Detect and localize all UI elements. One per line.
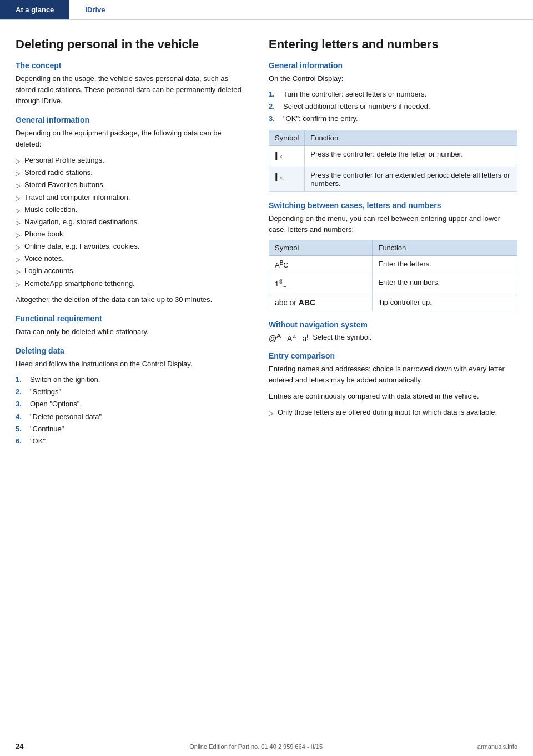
table-cell-function: Enter the letters. — [373, 256, 517, 274]
entry-comparison-para1: Entering names and addresses: choice is … — [269, 364, 517, 386]
page-footer: 24 Online Edition for Part no. 01 40 2 9… — [0, 742, 533, 750]
heading-general-info-right: General information — [269, 61, 517, 70]
table-cell-function: Press the controller for an extended per… — [305, 167, 517, 192]
table-row: I← Press the controller: delete the lett… — [269, 146, 517, 167]
nav-item-at-a-glance[interactable]: At a glance — [0, 0, 69, 19]
table-cell-symbol: I← — [269, 146, 305, 167]
general-info-intro: Depending on the equipment package, the … — [16, 128, 249, 150]
general-info-right-steps: 1.Turn the controller: select letters or… — [269, 89, 517, 124]
table-header-function: Function — [305, 130, 517, 146]
bullet-icon: ▷ — [16, 230, 20, 240]
bullet-icon: ▷ — [16, 194, 20, 203]
table-row: abc or ABC Tip controller up. — [269, 294, 517, 311]
entry-comparison-para2: Entries are continuously compared with d… — [269, 391, 517, 402]
list-item: 2."Settings" — [16, 386, 249, 397]
list-item: ▷Login accounts. — [16, 265, 249, 277]
list-item: 4."Delete personal data" — [16, 411, 249, 422]
list-item: 2.Select additional letters or numbers i… — [269, 101, 517, 112]
bullet-icon: ▷ — [16, 157, 20, 166]
list-item: 3.Open "Options". — [16, 399, 249, 410]
nav-item-idrive[interactable]: iDrive — [69, 0, 120, 19]
right-column: Entering letters and numbers General inf… — [269, 37, 517, 452]
deleting-data-intro: Heed and follow the instructions on the … — [16, 359, 249, 370]
list-item: ▷RemoteApp smartphone tethering. — [16, 278, 249, 290]
right-main-title: Entering letters and numbers — [269, 37, 517, 52]
list-item: ▷Personal Profile settings. — [16, 154, 249, 167]
heading-general-info-left: General information — [16, 115, 249, 124]
footer-right-text: armanuals.info — [477, 743, 517, 750]
bullet-icon: ▷ — [269, 409, 273, 418]
nav-label-at-a-glance: At a glance — [16, 6, 54, 14]
heading-entry-comparison: Entry comparison — [269, 351, 517, 360]
general-info-bullets: ▷Personal Profile settings. ▷Stored radi… — [16, 154, 249, 290]
switching-cases-intro: Depending on the menu, you can reel betw… — [269, 213, 517, 235]
list-item: ▷Phone book. — [16, 228, 249, 240]
table-header-symbol: Symbol — [269, 240, 373, 256]
table-cell-symbol: ABC — [269, 256, 373, 274]
general-info-right-intro: On the Control Display: — [269, 73, 517, 84]
functional-req-body: Data can only be deleted while stationar… — [16, 326, 249, 337]
table-row: I← Press the controller for an extended … — [269, 167, 517, 192]
symbol-function-table-2: Symbol Function ABC Enter the letters. 1… — [269, 240, 517, 311]
table-cell-symbol: I← — [269, 167, 305, 192]
bullet-icon: ▷ — [16, 169, 20, 178]
without-nav-content: @A Aa aᴉ Select the symbol. — [269, 332, 517, 343]
heading-without-nav: Without navigation system — [269, 320, 517, 329]
list-item: ▷Navigation, e.g. stored destinations. — [16, 216, 249, 228]
heading-deleting-data: Deleting data — [16, 346, 249, 355]
list-item: 1.Turn the controller: select letters or… — [269, 89, 517, 100]
bullet-icon: ▷ — [16, 243, 20, 252]
bullet-icon: ▷ — [16, 267, 20, 276]
list-item: 6."OK" — [16, 436, 249, 447]
table-cell-function: Tip controller up. — [373, 294, 517, 311]
table-cell-function: Press the controller: delete the letter … — [305, 146, 517, 167]
main-content: Deleting personal in the vehicle The con… — [0, 20, 533, 486]
table-cell-symbol: abc or ABC — [269, 294, 373, 311]
left-main-title: Deleting personal in the vehicle — [16, 37, 249, 52]
list-item: ▷Travel and computer information. — [16, 191, 249, 204]
list-item: ▷Stored radio stations. — [16, 167, 249, 179]
bullet-icon: ▷ — [16, 218, 20, 228]
table-header-symbol: Symbol — [269, 130, 305, 146]
list-item: ▷Online data, e.g. Favorites, cookies. — [16, 240, 249, 253]
list-item: ▷Music collection. — [16, 204, 249, 216]
list-item: 5."Continue" — [16, 424, 249, 435]
concept-body: Depending on the usage, the vehicle save… — [16, 73, 249, 107]
bullet-icon: ▷ — [16, 255, 20, 264]
entry-comparison-bullets: ▷ Only those letters are offered during … — [269, 406, 517, 419]
list-item: ▷Stored Favorites buttons. — [16, 179, 249, 191]
table-row: ABC Enter the letters. — [269, 256, 517, 274]
table-cell-function: Enter the numbers. — [373, 274, 517, 294]
table-cell-symbol: 1®+ — [269, 274, 373, 294]
table-header-function: Function — [373, 240, 517, 256]
without-nav-symbols: @A Aa aᴉ — [269, 332, 308, 343]
list-item: 3."OK": confirm the entry. — [269, 113, 517, 124]
bullet-icon: ▷ — [16, 280, 20, 289]
nav-label-idrive: iDrive — [85, 6, 105, 14]
heading-concept: The concept — [16, 61, 249, 70]
bullet-icon: ▷ — [16, 181, 20, 190]
symbol-function-table-1: Symbol Function I← Press the controller:… — [269, 130, 517, 192]
page-number: 24 — [16, 742, 23, 750]
list-item: 1.Switch on the ignition. — [16, 374, 249, 385]
bullet-icon: ▷ — [16, 206, 20, 215]
heading-switching-cases: Switching between cases, letters and num… — [269, 201, 517, 210]
top-navigation: At a glance iDrive — [0, 0, 533, 20]
list-item: ▷ Only those letters are offered during … — [269, 406, 517, 419]
general-info-footer: Altogether, the deletion of the data can… — [16, 294, 249, 305]
deleting-data-steps: 1.Switch on the ignition. 2."Settings" 3… — [16, 374, 249, 447]
table-row: 1®+ Enter the numbers. — [269, 274, 517, 294]
list-item: ▷Voice notes. — [16, 253, 249, 265]
left-column: Deleting personal in the vehicle The con… — [16, 37, 249, 452]
footer-center-text: Online Edition for Part no. 01 40 2 959 … — [34, 743, 477, 750]
without-nav-text: Select the symbol. — [313, 333, 371, 341]
heading-functional-req: Functional requirement — [16, 314, 249, 323]
